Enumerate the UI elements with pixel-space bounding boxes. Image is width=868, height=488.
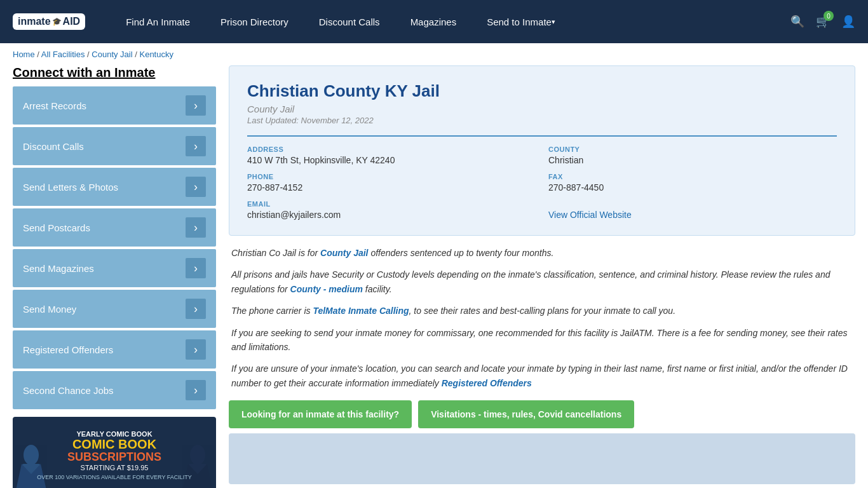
facility-details: ADDRESS 410 W 7th St, Hopkinsville, KY 4…	[247, 135, 837, 220]
sidebar-arrow-send-magazines: ›	[186, 258, 206, 278]
desc-para3-pre: The phone carrier is	[231, 306, 313, 316]
breadcrumb-county-jail[interactable]: County Jail	[92, 50, 132, 59]
sidebar-label-discount-calls: Discount Calls	[23, 141, 84, 152]
desc-para4: If you are seeking to send your inmate m…	[231, 326, 853, 355]
phone-value: 270-887-4152	[247, 182, 536, 193]
cart-badge: 0	[824, 11, 834, 21]
website-block: View Official Website	[548, 200, 837, 220]
sidebar-arrow-send-money: ›	[186, 299, 206, 319]
content-area: Christian County KY Jail County Jail Las…	[229, 65, 855, 488]
cart-button[interactable]: 🛒 0	[816, 15, 830, 29]
logo-hat-icon: 🎓	[52, 17, 62, 26]
phone-label: PHONE	[247, 173, 536, 180]
county-label: COUNTY	[548, 146, 837, 153]
email-block: EMAIL christian@kyjailers.com	[247, 200, 536, 220]
map-placeholder	[229, 433, 855, 484]
ad-subs-text: SUBSCRIPTIONS	[37, 451, 192, 464]
facility-name: Christian County KY Jail	[247, 81, 837, 101]
sidebar-label-arrest-records: Arrest Records	[23, 100, 86, 111]
nav-discount-calls[interactable]: Discount Calls	[304, 0, 395, 43]
description-section: Christian Co Jail is for County Jail off…	[229, 246, 855, 390]
county-medium-link[interactable]: County - medium	[290, 284, 363, 294]
sidebar-label-registered-offenders: Registered Offenders	[23, 344, 113, 355]
logo-text: inmate	[18, 16, 51, 27]
website-spacer	[548, 200, 837, 208]
sidebar-item-second-chance-jobs[interactable]: Second Chance Jobs ›	[13, 371, 216, 409]
website-link[interactable]: View Official Website	[548, 210, 632, 220]
sidebar-item-registered-offenders[interactable]: Registered Offenders ›	[13, 330, 216, 369]
breadcrumb-all-facilities[interactable]: All Facilities	[41, 50, 85, 59]
sidebar-label-second-chance-jobs: Second Chance Jobs	[23, 385, 114, 396]
telmate-link[interactable]: TelMate Inmate Calling	[313, 306, 409, 316]
fax-block: FAX 270-887-4450	[548, 173, 837, 193]
sidebar-item-send-money[interactable]: Send Money ›	[13, 290, 216, 328]
nav-magazines[interactable]: Magazines	[395, 0, 472, 43]
desc-para5: If you are unsure of your inmate's locat…	[231, 362, 853, 390]
sidebar-title: Connect with an Inmate	[13, 65, 216, 80]
search-button[interactable]: 🔍	[790, 15, 804, 29]
nav-links: Find An Inmate Prison Directory Discount…	[111, 0, 790, 43]
desc-para1: Christian Co Jail is for County Jail off…	[231, 246, 853, 260]
sidebar-item-send-magazines[interactable]: Send Magazines ›	[13, 249, 216, 287]
email-value: christian@kyjailers.com	[247, 210, 536, 220]
logo-aid-text: AID	[63, 16, 81, 27]
address-label: ADDRESS	[247, 146, 536, 153]
desc-para1-pre: Christian Co Jail is for	[231, 248, 320, 258]
desc-para1-post: offenders sentenced up to twenty four mo…	[369, 248, 554, 258]
nav-send-to-inmate[interactable]: Send to Inmate	[471, 0, 571, 43]
breadcrumb: Home / All Facilities / County Jail / Ke…	[0, 43, 868, 65]
sidebar-label-send-magazines: Send Magazines	[23, 263, 94, 274]
sidebar-item-send-postcards[interactable]: Send Postcards ›	[13, 208, 216, 247]
ad-price-text: STARTING AT $19.95	[37, 464, 192, 471]
sidebar-arrow-discount-calls: ›	[186, 136, 206, 156]
desc-para2: All prisons and jails have Security or C…	[231, 268, 853, 296]
breadcrumb-state[interactable]: Kentucky	[139, 50, 173, 59]
sidebar-label-send-letters: Send Letters & Photos	[23, 182, 118, 193]
nav-prison-directory[interactable]: Prison Directory	[205, 0, 304, 43]
county-block: COUNTY Christian	[548, 146, 837, 165]
facility-type: County Jail	[247, 104, 837, 114]
desc-para3-post: , to see their rates and best-calling pl…	[409, 306, 675, 316]
sidebar-label-send-money: Send Money	[23, 304, 76, 315]
county-jail-link[interactable]: County Jail	[320, 248, 368, 258]
ad-note-text: OVER 100 VARIATIONS AVAILABLE FOR EVERY …	[37, 474, 192, 480]
sidebar-item-discount-calls[interactable]: Discount Calls ›	[13, 127, 216, 165]
sidebar-arrow-send-letters: ›	[186, 177, 206, 197]
sidebar-arrow-second-chance-jobs: ›	[186, 380, 206, 400]
facility-card: Christian County KY Jail County Jail Las…	[229, 65, 855, 236]
address-block: ADDRESS 410 W 7th St, Hopkinsville, KY 4…	[247, 146, 536, 165]
nav-find-inmate[interactable]: Find An Inmate	[111, 0, 205, 43]
sidebar: Connect with an Inmate Arrest Records › …	[13, 65, 216, 488]
navigation: inmate 🎓 AID Find An Inmate Prison Direc…	[0, 0, 868, 43]
ad-comic-text: COMIC BOOK	[37, 438, 192, 451]
main-container: Connect with an Inmate Arrest Records › …	[0, 65, 868, 488]
ad-line1: YEARLY COMIC BOOK	[37, 430, 192, 438]
fax-value: 270-887-4450	[548, 182, 837, 193]
visitations-button[interactable]: Visitations - times, rules, Covid cancel…	[418, 400, 634, 428]
email-label: EMAIL	[247, 200, 536, 208]
address-value: 410 W 7th St, Hopkinsville, KY 42240	[247, 155, 536, 165]
sidebar-item-arrest-records[interactable]: Arrest Records ›	[13, 86, 216, 125]
desc-para5-pre: If you are unsure of your inmate's locat…	[231, 363, 848, 388]
registered-offenders-link[interactable]: Registered Offenders	[442, 378, 532, 388]
logo[interactable]: inmate 🎓 AID	[13, 13, 85, 30]
sidebar-item-send-letters[interactable]: Send Letters & Photos ›	[13, 168, 216, 206]
phone-block: PHONE 270-887-4152	[247, 173, 536, 193]
sidebar-label-send-postcards: Send Postcards	[23, 222, 90, 233]
svg-point-3	[190, 445, 205, 465]
desc-para3: The phone carrier is TelMate Inmate Call…	[231, 304, 853, 318]
desc-para2-post: facility.	[363, 284, 392, 294]
find-inmate-button[interactable]: Looking for an inmate at this facility?	[229, 400, 412, 428]
action-buttons: Looking for an inmate at this facility? …	[229, 400, 855, 428]
sidebar-arrow-registered-offenders: ›	[186, 339, 206, 360]
breadcrumb-home[interactable]: Home	[13, 50, 35, 59]
facility-updated: Last Updated: November 12, 2022	[247, 116, 837, 125]
sidebar-arrow-arrest-records: ›	[186, 95, 206, 116]
sidebar-advertisement[interactable]: YEARLY COMIC BOOK COMIC BOOK SUBSCRIPTIO…	[13, 417, 216, 488]
nav-icons: 🔍 🛒 0 👤	[790, 15, 855, 29]
sidebar-arrow-send-postcards: ›	[186, 217, 206, 238]
county-value: Christian	[548, 155, 837, 165]
fax-label: FAX	[548, 173, 837, 180]
user-button[interactable]: 👤	[841, 15, 855, 29]
